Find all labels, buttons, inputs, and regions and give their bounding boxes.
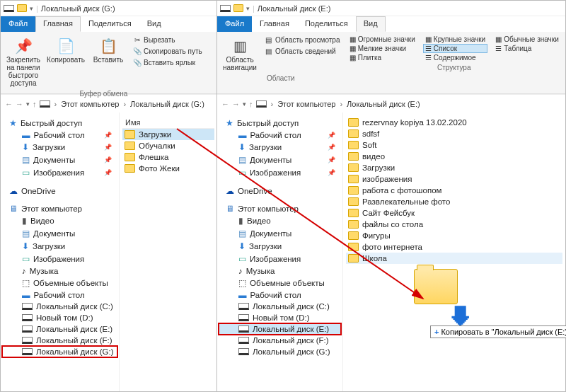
tree-downloads[interactable]: ⬇Загрузки📌 xyxy=(2,141,117,154)
tree-drive-d[interactable]: Новый том (D:) xyxy=(2,312,117,323)
tree-this-pc[interactable]: 🖥Этот компьютер xyxy=(219,203,341,214)
tree-desktop[interactable]: ▬Рабочий стол📌 xyxy=(219,129,341,141)
tree-downloads-2[interactable]: ⬇Загрузки xyxy=(2,240,117,253)
tree-3d-objects[interactable]: ⬚Объемные объекты xyxy=(219,277,341,289)
tab-view[interactable]: Вид xyxy=(356,16,386,32)
file-row[interactable]: Обучалки xyxy=(122,140,214,151)
paste-button[interactable]: 📋 Вставить xyxy=(88,35,128,65)
view-tiles[interactable]: ▦Плитка xyxy=(347,53,417,62)
paste-shortcut-button[interactable]: 📎Вставить ярлык xyxy=(131,57,204,68)
file-row[interactable]: Soft xyxy=(346,139,562,151)
column-header-name[interactable]: Имя xyxy=(122,117,214,129)
titlebar[interactable]: ▾ | Локальный диск (G:) xyxy=(1,1,217,16)
file-row[interactable]: sdfsf xyxy=(346,128,562,139)
tree-drive-g[interactable]: Локальный диск (G:) xyxy=(2,346,117,357)
preview-pane-button[interactable]: ▤Область просмотра xyxy=(262,35,341,45)
view-list[interactable]: ☰Список xyxy=(423,44,487,53)
breadcrumb-drive[interactable]: Локальный диск (G:) xyxy=(130,100,204,108)
tree-drive-c[interactable]: Локальный диск (C:) xyxy=(219,301,341,312)
view-content[interactable]: ☰Содержимое xyxy=(423,53,487,62)
file-row[interactable]: rezervnay kopiya 13.02.2020 xyxy=(346,117,562,128)
cut-button[interactable]: ✂Вырезать xyxy=(131,35,204,45)
breadcrumb-pc[interactable]: Этот компьютер xyxy=(61,100,119,108)
tree-documents-2[interactable]: ▤Документы xyxy=(219,227,341,240)
file-row[interactable]: Загрузки xyxy=(346,162,562,173)
file-row[interactable]: Развлекательные фото xyxy=(346,196,562,207)
copy-button[interactable]: 📄 Копировать xyxy=(46,35,86,65)
tree-music[interactable]: ♪Музыка xyxy=(219,265,341,277)
file-row[interactable]: работа с фотошопом xyxy=(346,185,562,196)
tree-documents-2[interactable]: ▤Документы xyxy=(2,227,117,240)
tab-view[interactable]: Вид xyxy=(139,16,169,32)
up-icon[interactable]: ↑ xyxy=(249,100,253,108)
tree-this-pc[interactable]: 🖥Этот компьютер xyxy=(2,203,117,214)
tree-documents[interactable]: ▤Документы📌 xyxy=(219,154,341,166)
view-small[interactable]: ▦Мелкие значки xyxy=(347,44,417,53)
pin-button[interactable]: 📌 Закрепить на панели быстрого доступа xyxy=(4,35,43,88)
view-normal[interactable]: ▦Обычные значки xyxy=(493,35,561,44)
back-icon[interactable]: ← xyxy=(5,100,13,108)
tree-downloads[interactable]: ⬇Загрузки📌 xyxy=(219,141,341,154)
tree-pictures[interactable]: ▭Изображения📌 xyxy=(219,166,341,179)
tree-video[interactable]: ▮Видео xyxy=(219,214,341,227)
tree-quick-access[interactable]: ★Быстрый доступ xyxy=(2,117,117,129)
tree-onedrive[interactable]: ☁OneDrive xyxy=(2,185,117,197)
breadcrumb-pc[interactable]: Этот компьютер xyxy=(277,100,335,108)
tree-desktop-2[interactable]: ▬Рабочий стол xyxy=(2,289,117,301)
tree-pictures-2[interactable]: ▭Изображения xyxy=(219,253,341,265)
view-huge[interactable]: ▦Огромные значки xyxy=(347,35,417,44)
tab-file[interactable]: Файл xyxy=(217,16,252,32)
tree-downloads-2[interactable]: ⬇Загрузки xyxy=(219,240,341,253)
dropdown-icon[interactable]: ▾ xyxy=(30,5,33,12)
tree-documents[interactable]: ▤Документы📌 xyxy=(2,154,117,166)
tree-quick-access[interactable]: ★Быстрый доступ xyxy=(219,117,341,129)
tab-file[interactable]: Файл xyxy=(1,16,35,32)
nav-tree[interactable]: ★Быстрый доступ ▬Рабочий стол📌 ⬇Загрузки… xyxy=(1,113,120,391)
tree-desktop-2[interactable]: ▬Рабочий стол xyxy=(219,289,341,301)
nav-tree[interactable]: ★Быстрый доступ ▬Рабочий стол📌 ⬇Загрузки… xyxy=(217,113,343,391)
copy-path-button[interactable]: 📎Скопировать путь xyxy=(131,46,204,57)
file-row[interactable]: файлы со стола xyxy=(346,219,562,230)
tree-desktop[interactable]: ▬Рабочий стол📌 xyxy=(2,129,117,141)
dropdown-icon[interactable]: ▾ xyxy=(246,5,250,12)
tab-share[interactable]: Поделиться xyxy=(297,16,356,32)
tree-drive-e[interactable]: Локальный диск (E:) xyxy=(2,323,117,335)
tree-drive-c[interactable]: Локальный диск (C:) xyxy=(2,301,117,312)
breadcrumb-drive[interactable]: Локальный диск (E:) xyxy=(347,100,420,108)
file-row[interactable]: Фигуры xyxy=(346,230,562,241)
forward-icon[interactable]: → xyxy=(232,100,240,108)
tree-drive-d[interactable]: Новый том (D:) xyxy=(219,312,341,323)
tree-drive-f[interactable]: Локальный диск (F:) xyxy=(219,335,341,346)
tree-video[interactable]: ▮Видео xyxy=(2,214,117,227)
back-icon[interactable]: ← xyxy=(221,100,229,108)
tab-main[interactable]: Главная xyxy=(252,16,297,32)
view-table[interactable]: ☰Таблица xyxy=(493,44,561,53)
tree-music[interactable]: ♪Музыка xyxy=(2,265,117,277)
up-icon[interactable]: ↑ xyxy=(33,100,37,108)
file-row[interactable]: видео xyxy=(346,151,562,162)
file-row[interactable]: изображения xyxy=(346,173,562,185)
tab-share[interactable]: Поделиться xyxy=(81,16,139,32)
tab-main[interactable]: Главная xyxy=(35,16,81,32)
breadcrumb[interactable]: ← → ▾ ↑ › Этот компьютер › Локальный дис… xyxy=(217,94,565,113)
file-row[interactable]: Фото Жеки xyxy=(122,163,214,174)
file-row[interactable]: Флешка xyxy=(122,151,214,163)
file-row[interactable]: фото интернета xyxy=(346,241,562,253)
nav-pane-button[interactable]: ▥Область навигации xyxy=(220,35,260,73)
tree-onedrive[interactable]: ☁OneDrive xyxy=(219,185,341,197)
file-pane[interactable]: Имя Загрузки Обучалки Флешка Фото Жеки xyxy=(120,113,217,391)
file-row[interactable]: Загрузки xyxy=(122,129,214,140)
tree-drive-g[interactable]: Локальный диск (G:) xyxy=(219,346,341,357)
tree-pictures[interactable]: ▭Изображения📌 xyxy=(2,166,117,179)
file-row[interactable]: Сайт Фейсбук xyxy=(346,207,562,219)
view-large[interactable]: ▦Крупные значки xyxy=(423,35,487,44)
titlebar[interactable]: ▾ | Локальный диск (E:) xyxy=(217,1,565,16)
details-pane-button[interactable]: ▤Область сведений xyxy=(262,46,341,57)
forward-icon[interactable]: → xyxy=(16,100,23,108)
file-pane[interactable]: rezervnay kopiya 13.02.2020 sdfsf Soft в… xyxy=(343,113,565,391)
file-row[interactable]: Школа xyxy=(346,253,562,264)
tree-drive-f[interactable]: Локальный диск (F:) xyxy=(2,335,117,346)
tree-pictures-2[interactable]: ▭Изображения xyxy=(2,253,117,265)
tree-3d-objects[interactable]: ⬚Объемные объекты xyxy=(2,277,117,289)
tree-drive-e[interactable]: Локальный диск (E:) xyxy=(219,323,341,335)
